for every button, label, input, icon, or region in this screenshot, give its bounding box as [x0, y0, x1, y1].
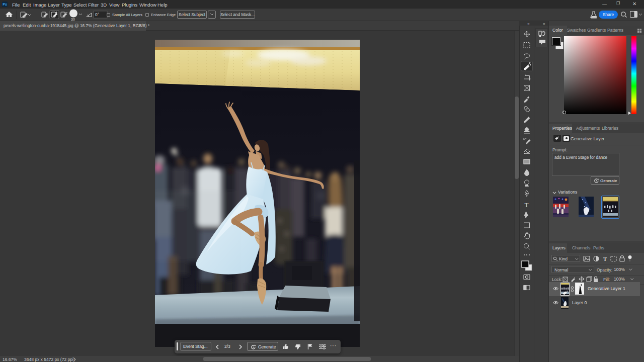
- svg-text:0°: 0°: [95, 12, 99, 17]
- svg-text:30: 30: [71, 18, 75, 21]
- svg-text:T: T: [525, 201, 529, 209]
- svg-text:T: T: [603, 256, 607, 262]
